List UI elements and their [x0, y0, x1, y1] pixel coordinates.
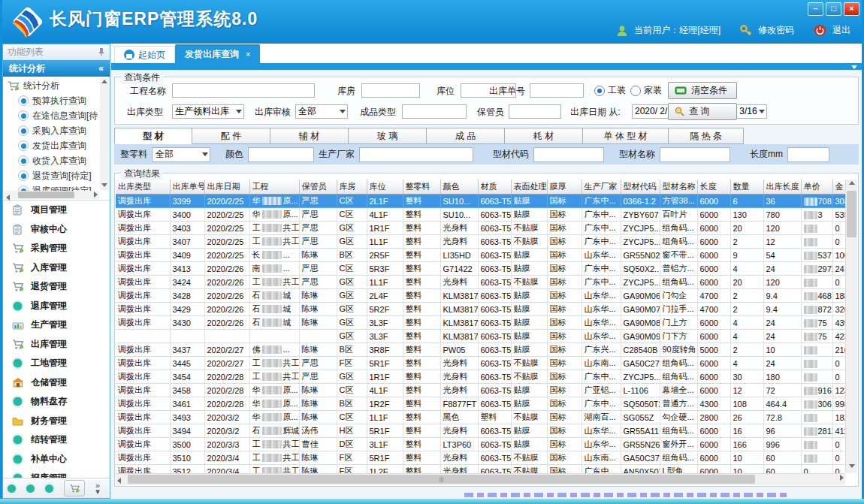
pin-icon[interactable] — [98, 47, 105, 56]
product-type-input[interactable] — [402, 104, 467, 119]
material-tab-型材[interactable]: 型 材 — [114, 128, 192, 144]
footer-dot-icon[interactable] — [8, 484, 16, 493]
table-row[interactable]: 调拨出库34582020/2/28华原...陈琳C区4L1F整料光身料6063-… — [116, 384, 845, 397]
close-button[interactable]: × — [844, 2, 859, 16]
material-tab-成品[interactable]: 成 品 — [427, 128, 505, 144]
table-row[interactable]: 调拨出库34072020/2/25工共工程严思G区1L1F整料光身料6063-T… — [116, 235, 845, 249]
table-row[interactable]: 调拨出库34612020/2/28华原...陈琳B区1R2F整料F8877FT6… — [116, 397, 845, 411]
column-header-数量[interactable]: 数量 — [730, 180, 763, 195]
table-row[interactable]: 调拨出库34292020/2/26石城陈琳G区5R2F整料KLM38176063… — [116, 303, 845, 316]
maximize-button[interactable]: □ — [826, 2, 841, 16]
material-tab-耗材[interactable]: 耗 材 — [505, 128, 583, 144]
tree-item-退货查询[待定][interactable]: 退货查询[待定] — [5, 168, 99, 183]
collapse-icon[interactable]: « — [98, 63, 104, 74]
table-row[interactable]: 调拨出库34032020/2/25工共工程严思G区1R1F整料光身料6063-T… — [116, 222, 845, 235]
column-header-出库日期[interactable]: 出库日期 — [204, 180, 249, 195]
column-header-工程[interactable]: 工程 — [249, 180, 299, 195]
sidebar-section-项目管理[interactable]: 项目管理 — [3, 201, 110, 220]
sidebar-section-入库管理[interactable]: 入库管理 — [3, 258, 110, 278]
maker-input[interactable] — [359, 147, 473, 162]
sidebar-section-采购管理[interactable]: 采购管理 — [3, 239, 110, 258]
table-row[interactable]: 调拨出库34092020/2/25长...陈琳B区2R5F整料LI35HD606… — [116, 249, 845, 262]
column-header-整零料[interactable]: 整零料 — [403, 180, 440, 195]
sidebar-section-退货管理[interactable]: 退货管理 — [3, 277, 110, 297]
search-button[interactable]: 查 询 — [668, 103, 737, 120]
change-password-link[interactable]: 修改密码 — [758, 24, 794, 37]
horizontal-scrollbar[interactable]: ||| — [116, 473, 845, 485]
table-row[interactable]: 调拨出库33992020/2/25华原...严思C区2L1F整料SU10...6… — [116, 195, 845, 208]
minimize-button[interactable]: – — [808, 2, 823, 16]
color-input[interactable] — [248, 147, 314, 162]
table-row[interactable]: 调拨出库34132020/2/26南...严思C区5R3F整料G71422606… — [116, 262, 845, 276]
column-header-材质[interactable]: 材质 — [478, 180, 511, 195]
material-tab-辅材[interactable]: 辅 材 — [270, 128, 349, 144]
vertical-scroll-thumb[interactable] — [847, 191, 856, 237]
sidebar-section-仓储管理[interactable]: 仓储管理 — [3, 373, 110, 393]
table-row[interactable]: 调拨出库34452020/2/27工共工程严思F区5R1F整料光身料6063-T… — [116, 357, 845, 370]
tab-close-icon[interactable]: × — [246, 50, 250, 59]
profile-code-input[interactable] — [533, 147, 604, 162]
footer-cart-button[interactable] — [64, 480, 85, 496]
tree-item-在途信息查询[待[interactable]: 在途信息查询[待 — [5, 108, 99, 123]
logout-link[interactable]: 退出 — [832, 24, 850, 37]
material-tab-配件[interactable]: 配 件 — [192, 128, 270, 144]
sidebar-section-财务管理[interactable]: 财务管理 — [3, 412, 110, 431]
column-header-保管员[interactable]: 保管员 — [299, 180, 337, 195]
profile-name-input[interactable] — [660, 147, 730, 162]
column-header-膜厚[interactable]: 膜厚 — [547, 180, 582, 195]
tree-horizontal-scrollbar[interactable] — [5, 191, 99, 199]
tree-vertical-scrollbar[interactable] — [100, 78, 109, 190]
tree-item-预算执行查询[interactable]: 预算执行查询 — [5, 93, 99, 108]
tree-item-退库管理[待定][interactable]: 退库管理[待定] — [5, 183, 99, 191]
sidebar-section-退库管理[interactable]: 退库管理 — [3, 297, 110, 316]
footer-dot-icon[interactable] — [26, 484, 35, 493]
column-header-出库类型[interactable]: 出库类型 — [116, 180, 170, 195]
table-row[interactable]: 调拨出库34942020/3/2石辉城汤伟H区5R1F整料光身料6063-T5贴… — [116, 424, 845, 438]
table-row[interactable]: 调拨出库34302020/2/26石城陈琳G区3L3F整料KLM38176063… — [116, 316, 845, 330]
table-row[interactable]: 调拨出库35102020/3/4工共工程陈琳F区5R1F整料光身料6063-T5… — [116, 451, 845, 465]
column-header-库房[interactable]: 库房 — [337, 180, 367, 195]
sidebar-section-工地管理[interactable]: 工地管理 — [3, 354, 110, 373]
column-header-颜色[interactable]: 颜色 — [440, 180, 478, 195]
table-row[interactable]: 调拨出库35122020/3/4工共工程陈琳F区1L2F整料光身料6063-T5… — [116, 465, 845, 474]
column-header-出库长度[interactable]: 出库长度 — [763, 180, 801, 195]
order-no-input[interactable] — [530, 83, 584, 98]
column-header-长度[interactable]: 长度 — [697, 180, 730, 195]
sidebar-section-审核中心[interactable]: 审核中心 — [3, 220, 110, 240]
table-row[interactable]: 调拨出库35002020/3/3工共工程曹佳D区3L1F整料LT3P606063… — [116, 438, 845, 451]
table-row[interactable]: 调拨出库34372020/2/27佛...陈琳B区3R8F整料PW056063-… — [116, 343, 845, 357]
tree-item-发货出库查询[interactable]: 发货出库查询 — [5, 138, 99, 153]
project-name-input[interactable] — [172, 83, 315, 98]
vertical-scrollbar[interactable] — [845, 180, 857, 473]
out-type-combo[interactable]: 生产领料出库 — [172, 104, 244, 119]
table-row[interactable]: 调拨出库34242020/2/26工共工程严思G区1L1F整料光身料6063-T… — [116, 276, 845, 289]
sidebar-section-报废管理[interactable]: 报废管理 — [3, 469, 110, 478]
warehouse-input[interactable] — [361, 83, 420, 98]
material-tab-单体型材[interactable]: 单 体 型 材 — [583, 128, 669, 144]
horizontal-scroll-thumb[interactable]: ||| — [128, 475, 755, 484]
radio-jiazhuang[interactable]: 家装 — [630, 84, 662, 97]
stats-group-header[interactable]: 统计分析 « — [3, 60, 110, 77]
tab-起始页[interactable]: 起始页 — [114, 46, 175, 63]
column-header-出库单号[interactable]: 出库单号 — [170, 180, 204, 195]
radio-gongzhuang[interactable]: 工装 — [594, 84, 626, 97]
sidebar-section-结转管理[interactable]: 结转管理 — [3, 430, 110, 450]
table-row[interactable]: 调拨出库34282020/2/26石城陈琳G区2L4F整料KLM38176063… — [116, 289, 845, 303]
footer-more-button[interactable]: »▾ — [95, 482, 100, 494]
sidebar-section-出库管理[interactable]: 出库管理 — [3, 335, 110, 355]
tree-item-收货入库查询[interactable]: 收货入库查询 — [5, 153, 99, 168]
column-header-表面处理[interactable]: 表面处理 — [511, 180, 547, 195]
table-row[interactable]: 调拨出库34932020/3/2华原...陈琳C区1L1F整料黑色塑料不贴膜国标… — [116, 411, 845, 424]
audit-combo[interactable]: 全部 — [295, 104, 348, 119]
tree-root-stats[interactable]: 统计分析 — [5, 78, 99, 93]
column-header-型材代码[interactable]: 型材代码 — [621, 180, 660, 195]
sidebar-section-补单中心[interactable]: 补单中心 — [3, 450, 110, 469]
keeper-input[interactable] — [509, 104, 561, 119]
column-header-生产厂家[interactable]: 生产厂家 — [582, 180, 621, 195]
column-header-单价[interactable]: 单价 — [801, 180, 832, 195]
material-tab-隔热条[interactable]: 隔 热 条 — [669, 128, 744, 144]
clear-conditions-button[interactable]: 清空条件 — [668, 82, 737, 99]
footer-dot-icon[interactable] — [45, 484, 53, 493]
material-tab-玻璃[interactable]: 玻 璃 — [349, 128, 427, 144]
whole-part-combo[interactable]: 全部 — [152, 147, 210, 162]
